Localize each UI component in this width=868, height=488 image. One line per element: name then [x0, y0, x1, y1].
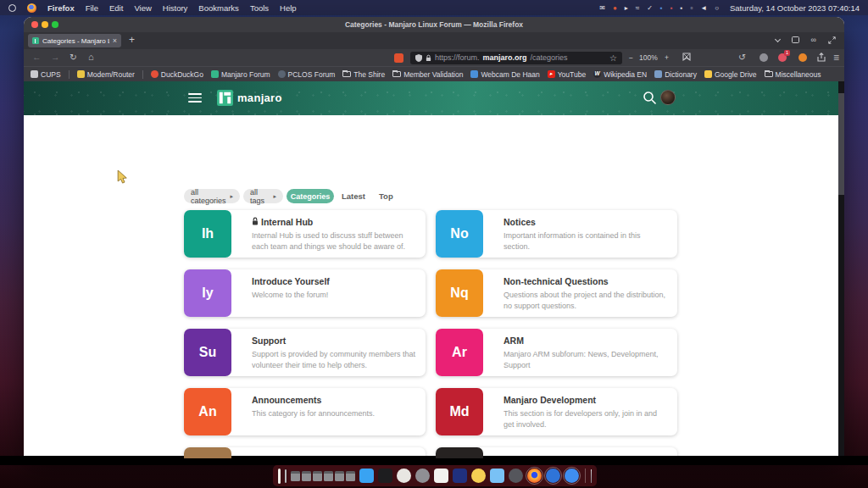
address-bar[interactable]: https://forum.manjaro.org/categories ☆	[410, 52, 622, 64]
dock-app-mail[interactable]	[490, 469, 504, 483]
volume-icon[interactable]: ◄	[700, 4, 707, 12]
bookmark-cups[interactable]: CUPS	[31, 70, 61, 79]
search-icon[interactable]	[643, 91, 657, 105]
hamburger-menu-icon[interactable]	[188, 93, 202, 103]
dock-app-photos[interactable]	[397, 469, 411, 483]
dock-app-messages[interactable]	[471, 469, 486, 483]
dock-app-notes[interactable]	[434, 469, 448, 483]
bookmark-the-shire[interactable]: The Shire	[342, 70, 385, 79]
menu-edit[interactable]: Edit	[109, 3, 123, 13]
tracking-shield-icon[interactable]	[415, 54, 422, 62]
bookmark-duckduckgo[interactable]: DuckDuckGo	[151, 70, 203, 79]
menu-app-name[interactable]: Firefox	[47, 3, 75, 13]
minimize-window-button[interactable]	[42, 21, 48, 28]
trash-icon[interactable]	[591, 469, 592, 483]
app-menu-icon[interactable]: ≡	[833, 52, 839, 64]
dock-app-settings[interactable]	[509, 469, 523, 483]
bookmark-miscellaneous[interactable]: Miscellaneous	[765, 70, 821, 79]
close-window-button[interactable]	[31, 21, 38, 28]
category-support[interactable]: Su Support Support is provided by commun…	[184, 329, 426, 376]
category-manjaro-development[interactable]: Md Manjaro Development This section is f…	[436, 388, 677, 435]
category-name[interactable]: Notices	[504, 217, 536, 227]
menu-history[interactable]: History	[163, 3, 188, 13]
category-name[interactable]: Internal Hub	[261, 217, 313, 227]
site-logo[interactable]: manjaro	[217, 90, 282, 106]
clipboard-icon[interactable]: ▫	[690, 4, 693, 12]
lock-icon[interactable]	[426, 54, 431, 62]
files-icon[interactable]: ▪	[681, 4, 683, 12]
category-arm[interactable]: Ar ARM Manjaro ARM subforum: News, Devel…	[436, 329, 677, 376]
tab-latest[interactable]: Latest	[342, 191, 365, 201]
bookmark-modem-router[interactable]: Modem/Router	[77, 70, 135, 79]
tab-categories-filter[interactable]: Categories	[287, 189, 334, 203]
bookmark-webcam-de-haan[interactable]: Webcam De Haan	[470, 70, 539, 79]
category-name[interactable]: Manjaro Development	[504, 395, 596, 405]
category-internal-hub[interactable]: Ih Internal Hub Internal Hub is used to …	[184, 210, 426, 258]
scrollbar-thumb[interactable]	[838, 93, 844, 195]
network-icon[interactable]: ≈	[636, 4, 639, 12]
bookmark-youtube[interactable]: ▸YouTube	[548, 70, 586, 79]
menu-bookmarks[interactable]: Bookmarks	[198, 3, 239, 13]
firefox-view-icon[interactable]: ∞	[811, 36, 816, 44]
dock-minimized-window-group[interactable]	[291, 471, 355, 481]
list-tabs-icon[interactable]	[775, 36, 781, 42]
update-check-icon[interactable]: ✓	[647, 4, 653, 12]
forward-icon[interactable]: →	[51, 52, 60, 62]
notification-icon[interactable]: ○	[715, 4, 719, 12]
title-bar[interactable]: Categories - Manjaro Linux Forum — Mozil…	[24, 17, 844, 32]
firefox-status-icon[interactable]: ●	[613, 4, 617, 12]
category-announcements[interactable]: An Announcements This category is for an…	[184, 388, 426, 435]
menu-view[interactable]: View	[134, 3, 151, 13]
dock-app-finder[interactable]	[359, 469, 374, 483]
mail-icon[interactable]: ✉	[599, 4, 605, 12]
zoom-in-icon[interactable]: +	[665, 53, 669, 62]
bookmark-google-drive[interactable]: Google Drive	[704, 70, 757, 79]
maximize-window-button[interactable]	[52, 21, 58, 28]
category-name[interactable]: Non-technical Questions	[504, 276, 609, 286]
history-icon[interactable]: ↺	[738, 52, 746, 62]
zoom-level[interactable]: 100%	[639, 53, 658, 62]
extension-red-icon[interactable]: 1	[778, 53, 787, 62]
category-name[interactable]: Introduce Yourself	[252, 276, 330, 286]
bookmark-member-validation[interactable]: Member Validation	[392, 70, 463, 79]
home-icon[interactable]: ⌂	[88, 52, 94, 62]
zoom-out-icon[interactable]: −	[629, 53, 633, 62]
all-tags-dropdown[interactable]: all tags▸	[243, 189, 283, 203]
bookmark-star-icon[interactable]: ☆	[609, 53, 617, 63]
dock-app-browser-blue[interactable]	[546, 469, 560, 483]
user-avatar[interactable]	[660, 90, 676, 105]
dock-app-clock[interactable]	[415, 469, 430, 483]
apple-menu-icon[interactable]	[8, 4, 16, 12]
blue-app-icon[interactable]: ▪	[660, 4, 663, 12]
category-non-technical-questions[interactable]: Nq Non-technical Questions Questions abo…	[436, 269, 677, 317]
menu-clock[interactable]: Saturday, 14 October 2023 07:40:14	[730, 3, 860, 13]
menu-help[interactable]: Help	[280, 3, 297, 13]
extension-orange-icon[interactable]	[798, 53, 807, 62]
category-notices[interactable]: No Notices Important information is cont…	[436, 210, 677, 258]
fullscreen-icon[interactable]	[828, 36, 836, 44]
menu-file[interactable]: File	[86, 3, 98, 13]
dock-app-files[interactable]	[453, 469, 467, 483]
all-categories-dropdown[interactable]: all categories▸	[184, 189, 240, 203]
dock-minimized-window-2[interactable]	[285, 469, 287, 483]
container-tab-icon[interactable]	[394, 53, 403, 63]
bookmark-wikipedia[interactable]: WWikipedia EN	[593, 70, 647, 79]
pocket-flag-icon[interactable]	[682, 53, 692, 62]
new-tab-button[interactable]: +	[129, 34, 135, 46]
bookmark-dictionary[interactable]: Dictionary	[654, 70, 697, 79]
back-icon[interactable]: ←	[32, 52, 42, 62]
tab-top[interactable]: Top	[379, 191, 393, 201]
telegram-icon[interactable]: ▸	[625, 4, 628, 12]
category-name[interactable]: Announcements	[252, 395, 321, 405]
reload-icon[interactable]: ↻	[70, 52, 77, 62]
dock-app-terminal[interactable]	[378, 469, 392, 483]
category-name[interactable]: ARM	[504, 336, 524, 346]
dock-app-firefox[interactable]	[527, 469, 542, 483]
bookmark-manjaro-forum[interactable]: Manjaro Forum	[211, 70, 270, 79]
tab-close-icon[interactable]: ×	[113, 37, 117, 45]
dock-minimized-window-1[interactable]	[278, 469, 281, 484]
save-page-icon[interactable]	[817, 53, 826, 62]
red-app-icon[interactable]: ▪	[670, 4, 673, 12]
tab-categories[interactable]: Categories - Manjaro Linux ×	[28, 34, 121, 47]
menu-tools[interactable]: Tools	[250, 3, 269, 13]
